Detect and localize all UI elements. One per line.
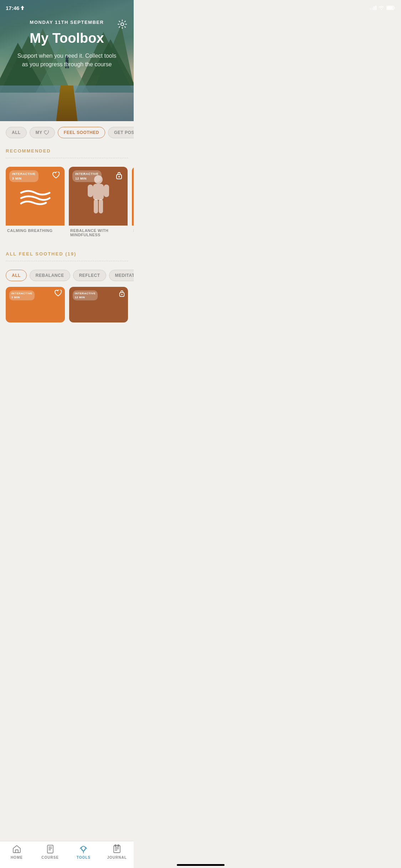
- tool-card-lock-mindfulness[interactable]: [114, 170, 124, 180]
- heart-icon: [52, 172, 60, 179]
- wind-icon: [17, 182, 53, 211]
- all-feel-soothed-section: ALL FEEL SOOTHED (19): [0, 244, 134, 270]
- bottom-cards-row: INTERACTIVE3 MIN INTERACTIVE12 MIN: [0, 287, 134, 365]
- tool-card-badge-breathing: INTERACTIVE3 MIN: [9, 170, 38, 182]
- svg-rect-23: [94, 199, 98, 213]
- svg-point-18: [121, 23, 124, 26]
- all-feel-soothed-title: ALL FEEL SOOTHED (19): [6, 251, 128, 257]
- settings-button[interactable]: [117, 19, 128, 30]
- status-time: 17:46: [6, 5, 24, 11]
- bottom-card-heart-1[interactable]: [54, 290, 62, 298]
- tool-card-image-breathing: INTERACTIVE3 MIN: [6, 167, 65, 226]
- lock-icon-bottom: [119, 290, 125, 297]
- svg-rect-20: [93, 184, 104, 200]
- tool-card-breathing[interactable]: INTERACTIVE3 MIN CALMING BREATHING: [6, 167, 65, 238]
- sub-filter-meditate[interactable]: MEDITATE: [109, 270, 134, 281]
- svg-rect-22: [104, 185, 109, 197]
- recommended-divider: [6, 158, 128, 158]
- svg-point-28: [121, 294, 123, 295]
- filter-tab-get-positive[interactable]: GET POSITIVE: [108, 127, 134, 138]
- tool-card-badge-mindfulness: INTERACTIVE12 MIN: [72, 170, 102, 182]
- recommended-section: RECOMMENDED: [0, 141, 134, 167]
- recommended-title: RECOMMENDED: [6, 148, 128, 154]
- tool-card-heartrate[interactable]: INTERACT...3 MIN HEART RATE...: [132, 167, 134, 238]
- sub-filter-rebalance[interactable]: REBALANCE: [30, 270, 70, 281]
- bottom-card-1[interactable]: INTERACTIVE3 MIN: [6, 287, 65, 322]
- hero-title: My Toolbox: [30, 31, 104, 46]
- bottom-card-badge-2: INTERACTIVE12 MIN: [73, 290, 98, 300]
- recommended-cards-row: INTERACTIVE3 MIN CALMING BREATHING INTER…: [0, 167, 134, 244]
- filter-tab-all[interactable]: ALL: [6, 127, 27, 138]
- svg-rect-21: [88, 185, 93, 197]
- hero-date: MONDAY 11TH SEPTEMBER: [30, 20, 104, 25]
- hero-section: MONDAY 11TH SEPTEMBER My Toolbox Support…: [0, 0, 134, 121]
- heart-icon-filter: [44, 130, 49, 135]
- filter-tab-my[interactable]: MY: [30, 127, 55, 138]
- status-bar: 17:46: [0, 0, 134, 16]
- lock-icon: [115, 171, 123, 179]
- all-feel-soothed-divider: [6, 261, 128, 261]
- svg-point-26: [118, 176, 120, 177]
- sub-filter-all[interactable]: ALL: [6, 270, 27, 281]
- sub-filter-reflect[interactable]: REFLECT: [73, 270, 106, 281]
- tool-card-heart-breathing[interactable]: [51, 170, 61, 180]
- heart-icon-bottom: [54, 290, 62, 297]
- tool-card-label-mindfulness: REBALANCE WITHMINDFULNESS: [69, 226, 128, 238]
- tool-card-mindfulness[interactable]: INTERACTIVE12 MIN REBALANCE WITHMINDFULN…: [69, 167, 128, 238]
- filter-tabs-row: ALL MY FEEL SOOTHED GET POSITIVE: [0, 121, 134, 141]
- tool-card-image-mindfulness: INTERACTIVE12 MIN: [69, 167, 128, 226]
- bottom-card-lock-2[interactable]: [119, 290, 125, 298]
- hero-subtitle: Support when you need it. Collect tools …: [0, 52, 134, 69]
- filter-tab-feel-soothed[interactable]: FEEL SOOTHED: [58, 127, 105, 138]
- bottom-card-badge-1: INTERACTIVE3 MIN: [9, 290, 35, 300]
- tool-card-label-breathing: CALMING BREATHING: [6, 226, 65, 234]
- svg-rect-24: [99, 199, 103, 213]
- hero-content: MONDAY 11TH SEPTEMBER My Toolbox Support…: [0, 0, 134, 121]
- sub-filter-tabs-row: ALL REBALANCE REFLECT MEDITATE: [0, 270, 134, 287]
- bottom-card-2[interactable]: INTERACTIVE12 MIN: [69, 287, 128, 322]
- tool-card-image-heartrate: INTERACT...3 MIN: [132, 167, 134, 226]
- tool-card-label-heartrate: HEART RATE...: [132, 226, 134, 234]
